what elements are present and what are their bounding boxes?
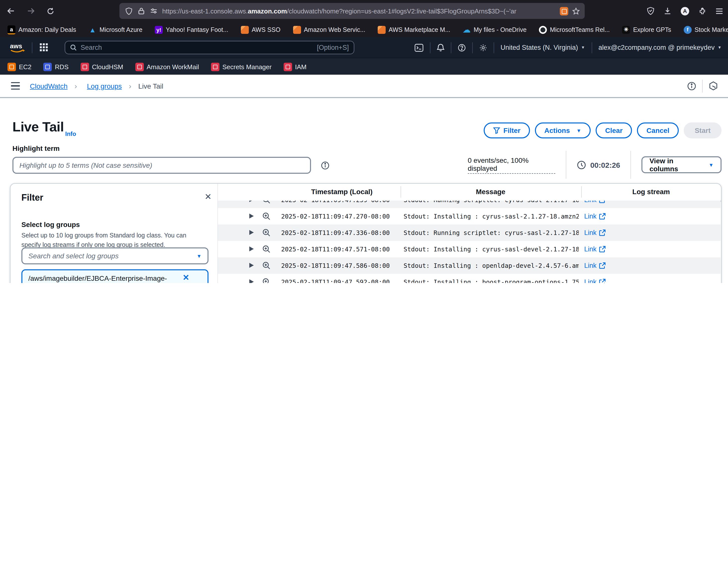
cancel-button[interactable]: Cancel <box>637 122 679 138</box>
events-card: Timestamp (Local) Message Log stream 202… <box>10 183 722 283</box>
github-favicon <box>539 26 547 34</box>
bookmark-item[interactable]: AWS Marketplace M... <box>378 26 450 34</box>
log-stream-link[interactable]: Link <box>584 224 606 241</box>
back-icon[interactable] <box>7 7 15 15</box>
event-timestamp: 2025-02-18T11:09:47.586-08:00 <box>281 257 390 274</box>
expand-row-icon[interactable] <box>249 246 254 251</box>
bookmark-label: Microsoft Azure <box>100 26 142 33</box>
table-row: 2025-02-18T11:09:47.586-08:00Stdout: Ins… <box>217 257 721 274</box>
service-label: RDS <box>55 63 69 70</box>
screen: https://us-east-1.console.aws.amazon.com… <box>0 0 728 283</box>
expand-row-icon[interactable] <box>249 200 254 202</box>
inspect-event-icon[interactable] <box>262 261 271 270</box>
bookmark-item[interactable]: aAmazon: Daily Deals <box>7 25 76 34</box>
event-message: Stdout: Installing : openldap-devel-2.4.… <box>404 257 579 274</box>
highlight-term-input[interactable] <box>12 157 311 174</box>
aws-search-input[interactable]: Search [Option+S] <box>65 41 354 54</box>
highlight-info-icon[interactable] <box>321 161 329 170</box>
col-message: Message <box>401 184 581 200</box>
log-stream-link[interactable]: Link <box>584 257 606 274</box>
log-stream-link[interactable]: Link <box>584 208 606 224</box>
service-label: CloudHSM <box>92 63 123 70</box>
bookmark-item[interactable]: Amazon Web Servic... <box>293 26 365 34</box>
remove-log-group-icon[interactable]: ✕ <box>183 273 189 283</box>
service-icon <box>7 62 16 71</box>
aws-logo[interactable]: aws <box>9 42 27 53</box>
favorite-service-ec2[interactable]: EC2 <box>7 62 32 71</box>
favorite-service-cloudhsm[interactable]: CloudHSM <box>81 62 123 71</box>
filter-button[interactable]: Filter <box>483 122 530 138</box>
bookmark-item[interactable]: ✳Explore GPTs <box>622 26 671 34</box>
event-timestamp: 2025-02-18T11:09:47.259-08:00 <box>281 200 390 208</box>
expand-row-icon[interactable] <box>249 279 254 283</box>
notifications-bell-icon[interactable] <box>437 43 444 52</box>
bookmark-item[interactable]: AWS SSO <box>241 26 280 34</box>
service-label: Amazon WorkMail <box>147 63 199 70</box>
reload-icon[interactable] <box>47 7 54 15</box>
onedrive-favicon: ☁ <box>463 26 471 34</box>
favorite-service-amazon-workmail[interactable]: Amazon WorkMail <box>135 62 199 71</box>
bookmark-item[interactable]: y!Yahoo! Fantasy Foot... <box>155 26 228 34</box>
region-selector[interactable]: United States (N. Virginia) <box>501 44 578 51</box>
bookmark-item[interactable]: fStock Market Map <box>684 26 728 34</box>
settings-gear-icon[interactable] <box>479 44 487 51</box>
event-timestamp: 2025-02-18T11:09:47.336-08:00 <box>281 224 390 241</box>
cloudshell-hex-icon[interactable] <box>709 81 718 91</box>
help-icon[interactable] <box>458 44 466 51</box>
cloudshell-icon[interactable] <box>415 44 423 51</box>
event-message: Stdout: Installing : cyrus-sasl-devel-2.… <box>404 241 579 257</box>
info-icon[interactable] <box>687 81 696 90</box>
inspect-event-icon[interactable] <box>262 228 271 237</box>
close-icon[interactable]: ✕ <box>205 192 212 202</box>
permissions-icon[interactable] <box>150 8 157 14</box>
log-stream-link[interactable]: Link <box>584 274 606 283</box>
inspect-event-icon[interactable] <box>262 200 271 204</box>
account-icon[interactable]: A <box>681 7 689 15</box>
breadcrumb-log-groups[interactable]: Log groups <box>87 82 122 90</box>
log-stream-link[interactable]: Link <box>584 241 606 257</box>
expand-row-icon[interactable] <box>249 213 254 218</box>
service-icon <box>81 62 89 71</box>
bookmark-star-icon[interactable] <box>572 7 580 15</box>
event-message: Stdout: Running scriptlet: cyrus-sasl-2.… <box>404 200 579 208</box>
bookmark-item[interactable]: ▲Microsoft Azure <box>89 26 142 34</box>
downloads-icon[interactable] <box>664 7 671 15</box>
actions-button[interactable]: Actions▼ <box>535 122 591 138</box>
favorite-service-secrets-manager[interactable]: Secrets Manager <box>211 62 272 71</box>
inspect-event-icon[interactable] <box>262 245 271 253</box>
aws-cube-favicon <box>378 26 386 34</box>
table-header: Timestamp (Local) Message Log stream <box>217 184 721 201</box>
favorite-service-iam[interactable]: IAM <box>284 62 307 71</box>
view-in-columns-button[interactable]: View in columns▼ <box>641 156 722 173</box>
pocket-shield-icon[interactable] <box>647 7 654 15</box>
events-rate-link[interactable]: 0 events/sec, 100% displayed <box>468 156 556 173</box>
log-stream-link[interactable]: Link <box>584 200 606 208</box>
url-bar[interactable]: https://us-east-1.console.aws.amazon.com… <box>119 3 585 19</box>
bookmark-item[interactable]: ☁My files - OneDrive <box>463 26 527 34</box>
favorite-service-rds[interactable]: RDS <box>44 62 69 71</box>
col-timestamp: Timestamp (Local) <box>277 184 407 200</box>
forward-icon[interactable] <box>27 7 35 15</box>
services-grid-icon[interactable] <box>40 43 48 51</box>
clear-button[interactable]: Clear <box>596 122 632 138</box>
lock-icon[interactable] <box>138 7 144 14</box>
start-button[interactable]: Start <box>684 122 722 138</box>
service-label: IAM <box>295 63 307 70</box>
page-info-link[interactable]: Info <box>65 130 76 137</box>
expand-row-icon[interactable] <box>249 263 254 268</box>
amazon-favicon: a <box>7 25 15 34</box>
side-menu-icon[interactable] <box>11 82 20 90</box>
expand-row-icon[interactable] <box>249 230 254 235</box>
breadcrumb-cloudwatch[interactable]: CloudWatch <box>30 82 68 90</box>
bookmark-item[interactable]: MicrosoftTeams Rel... <box>539 26 610 34</box>
log-groups-select[interactable]: Search and select log groups▼ <box>21 247 208 264</box>
event-message: Stdout: Installing : cyrus-sasl-2.1.27-1… <box>404 208 579 224</box>
service-icon <box>211 62 219 71</box>
shield-icon[interactable] <box>125 7 132 15</box>
inspect-event-icon[interactable] <box>262 278 271 283</box>
inspect-event-icon[interactable] <box>262 212 271 220</box>
menu-icon[interactable] <box>716 8 723 14</box>
extensions-icon[interactable] <box>699 7 706 15</box>
bookmark-label: AWS Marketplace M... <box>389 26 450 33</box>
account-menu[interactable]: alex@c2company.com @ primekeydev <box>598 44 715 51</box>
